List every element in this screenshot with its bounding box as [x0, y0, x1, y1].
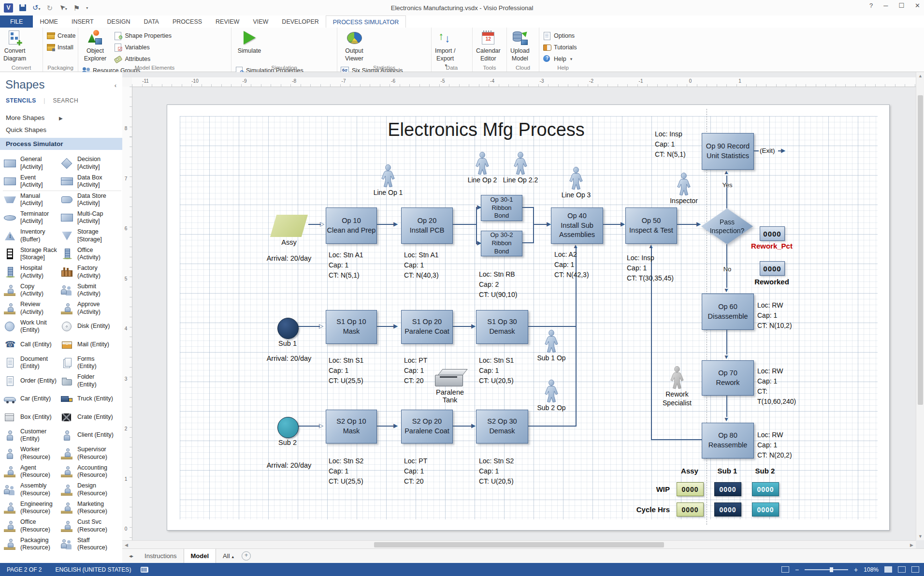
stencil-item-order-entity[interactable]: Order (Entity): [3, 372, 60, 390]
stencil-item-general[interactable]: General[Activity]: [3, 154, 60, 173]
stencil-item-multi-cap[interactable]: Multi-Cap[Activity]: [60, 209, 121, 227]
tab-insert[interactable]: INSERT: [65, 15, 101, 28]
upload-model-button[interactable]: Upload Model: [509, 29, 531, 63]
stencil-item-disk-entity[interactable]: Disk (Entity): [60, 318, 121, 336]
stencil-item-approve[interactable]: Approve(Activity): [60, 299, 121, 318]
stencil-process-simulator[interactable]: Process Simulator: [0, 138, 122, 150]
sub1-arrival-label[interactable]: Arrival: 20/day: [253, 354, 325, 362]
s2op10-info[interactable]: Loc: Stn S2 Cap: 1 CT: U(25,5): [329, 456, 363, 487]
stencils-tab[interactable]: STENCILS: [6, 97, 36, 104]
page-indicator[interactable]: PAGE 2 OF 2: [0, 566, 48, 573]
stencil-item-factory[interactable]: Factory(Activity): [60, 263, 121, 281]
cyclehrs-assy-counter[interactable]: 0000: [677, 502, 704, 517]
save-button[interactable]: [19, 4, 26, 11]
object-explorer-button[interactable]: Object Explorer: [80, 29, 110, 63]
convert-diagram-button[interactable]: Convert Diagram: [2, 29, 28, 63]
drawing-page[interactable]: Electronics Mfg Process ▷ ▶ ▶ ▶ ▶ ▶ ▶: [167, 104, 890, 531]
import-export-button[interactable]: Import / Export: [433, 29, 457, 63]
options-button[interactable]: Options: [543, 31, 577, 40]
stencil-item-hospital[interactable]: Hospital(Activity): [3, 263, 60, 281]
collapse-panel-icon[interactable]: ‹: [115, 82, 116, 89]
stencil-item-terminator[interactable]: Terminator[Activity]: [3, 209, 60, 227]
horizontal-scroll-thumb[interactable]: [374, 542, 664, 547]
scroll-left-icon[interactable]: ◀: [125, 543, 128, 547]
stencil-item-inventory[interactable]: Inventory(Buffer): [3, 227, 60, 245]
scroll-up-icon[interactable]: ▲: [918, 74, 923, 78]
stencil-item-client-entity[interactable]: Client (Entity): [60, 427, 121, 445]
shape-properties-button[interactable]: Shape Properties: [114, 31, 172, 40]
vertical-scroll-thumb[interactable]: [918, 95, 923, 405]
stencil-item-crate-entity[interactable]: Crate (Entity): [60, 408, 121, 427]
stencil-item-truck-entity[interactable]: Truck (Entity): [60, 390, 121, 409]
search-tab[interactable]: SEARCH: [53, 97, 78, 104]
simulate-button[interactable]: Simulate: [233, 29, 265, 63]
op20-box[interactable]: Op 20 Install PCB: [401, 207, 453, 244]
paralene-tank-shape[interactable]: [433, 369, 467, 387]
s2op10-box[interactable]: S2 Op 10 Mask: [326, 410, 377, 443]
stencil-item-data-store[interactable]: Data Store[Activity]: [60, 191, 121, 209]
quick-shapes-item[interactable]: Quick Shapes: [6, 126, 118, 133]
stencil-item-accounting[interactable]: Accounting(Resource): [60, 463, 121, 481]
op80-info[interactable]: Loc: RW Cap: 1 CT: N(20,2): [757, 430, 792, 460]
op90-box[interactable]: Op 90 Record Unit Statistics: [702, 133, 754, 170]
pass-inspection-decision[interactable]: Pass Inspection?: [701, 208, 753, 244]
scroll-right-icon[interactable]: ▶: [910, 543, 913, 547]
stencil-item-assembly[interactable]: Assembly(Resource): [3, 481, 60, 499]
stencil-item-manual[interactable]: Manual[Activity]: [3, 191, 60, 209]
line-op1-resource[interactable]: Line Op 1: [366, 164, 410, 197]
s1op30-info[interactable]: Loc: Stn S1 Cap: 1 CT: U(20,5): [479, 355, 514, 386]
stencil-item-agent[interactable]: Agent(Resource): [3, 463, 60, 481]
insert-page-button[interactable]: +: [242, 551, 251, 561]
stencil-item-packaging[interactable]: Packaging(Resource): [3, 535, 60, 554]
stencil-item-work-unit[interactable]: Work Unit(Entity): [3, 318, 60, 336]
presentation-mode-icon[interactable]: [781, 566, 789, 573]
stencil-item-design[interactable]: Design(Resource): [60, 481, 121, 499]
op80-box[interactable]: Op 80 Reassemble: [702, 423, 754, 458]
reworked-label[interactable]: Reworked: [743, 278, 800, 286]
op20-info[interactable]: Loc: Stn A1 Cap: 1 CT: N(40,3): [404, 250, 439, 281]
s2op30-box[interactable]: S2 Op 30 Demask: [476, 410, 528, 443]
zoom-slider-thumb[interactable]: [830, 567, 833, 572]
op10-box[interactable]: Op 10 Clean and Prep: [326, 207, 377, 244]
tab-process[interactable]: PROCESS: [166, 15, 209, 28]
stencil-item-mail-entity[interactable]: Mail (Entity): [60, 336, 121, 354]
stencil-item-storage[interactable]: Storage[Storage]: [60, 227, 121, 245]
diagram-title[interactable]: Electronics Mfg Process: [370, 119, 602, 140]
sub2-op-resource[interactable]: Sub 2 Op: [530, 380, 573, 412]
visio-app-icon[interactable]: V: [4, 3, 13, 13]
undo-button[interactable]: ↺▾: [32, 3, 41, 12]
line-op3-resource[interactable]: Line Op 3: [554, 167, 598, 199]
maximize-button[interactable]: ☐: [898, 2, 904, 9]
create-button[interactable]: Create: [46, 31, 76, 40]
op40-box[interactable]: Op 40 Install Sub Assemblies: [551, 207, 603, 244]
s2op30-info[interactable]: Loc: Stn S2 Cap: 1 CT: U(20,5): [479, 456, 514, 487]
stencil-item-review[interactable]: Review(Activity): [3, 299, 60, 318]
stencil-item-staff[interactable]: Staff(Resource): [60, 535, 121, 554]
op10-info[interactable]: Loc: Stn A1 Cap: 1 CT: N(5,1): [329, 250, 363, 281]
help-menu-button[interactable]: Help: [543, 55, 577, 63]
s2op20-info[interactable]: Loc: PT Cap: 1 CT: 20: [404, 456, 427, 487]
more-shapes-item[interactable]: More Shapes ▶: [6, 114, 118, 121]
minimize-button[interactable]: ─: [883, 2, 888, 9]
op40-info[interactable]: Loc: A2 Cap: 1 CT: N(42,3): [554, 250, 589, 280]
tab-view[interactable]: VIEW: [246, 15, 275, 28]
stencil-item-forms[interactable]: Forms(Entity): [60, 354, 121, 372]
variables-button[interactable]: Variables: [114, 43, 172, 51]
op70-info[interactable]: Loc: RW Cap: 1 CT: T(10,60,240): [757, 366, 796, 407]
line-op2-resource[interactable]: Line Op 2: [461, 152, 504, 184]
language-indicator[interactable]: ENGLISH (UNITED STATES): [48, 566, 138, 573]
op30-1-box[interactable]: Op 30-1 Ribbon Bond: [481, 195, 522, 221]
reworked-counter[interactable]: 0000: [760, 261, 785, 276]
stencil-item-car-entity[interactable]: Car (Entity): [3, 390, 60, 409]
op70-box[interactable]: Op 70 Rework: [702, 360, 754, 396]
sub1-op-resource[interactable]: Sub 1 Op: [530, 330, 573, 362]
page-tab-instructions[interactable]: Instructions: [138, 549, 183, 563]
page-tab-model[interactable]: Model: [184, 549, 217, 563]
op90-info[interactable]: Loc: Insp Cap: 1 CT: N(5,1): [655, 129, 686, 160]
sub2-arrival-label[interactable]: Arrival: 20/day: [253, 461, 325, 469]
wip-sub2-counter[interactable]: 0000: [752, 482, 779, 496]
output-viewer-button[interactable]: Output Viewer: [339, 29, 369, 63]
stencil-item-supervisor[interactable]: Supervisor(Resource): [60, 444, 121, 463]
tab-file[interactable]: FILE: [0, 15, 33, 28]
s1op10-box[interactable]: S1 Op 10 Mask: [326, 310, 377, 344]
